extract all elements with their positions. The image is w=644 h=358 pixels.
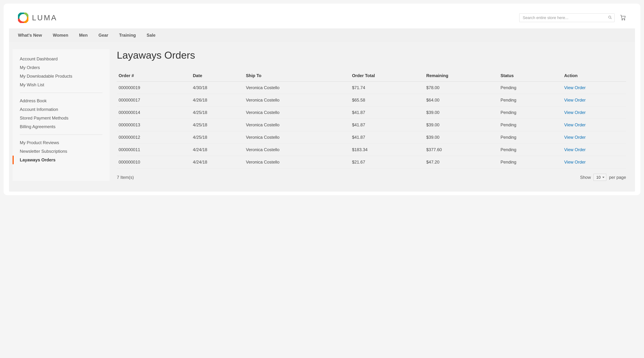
pager-show-label: Show [580, 175, 591, 180]
cell-date: 4/25/18 [191, 119, 244, 131]
cell-remaining: $78.00 [424, 82, 499, 94]
sidebar-item-layaways-orders[interactable]: Layaways Orders [12, 156, 110, 164]
cell-order-total: $41.87 [350, 131, 424, 144]
cell-order-no: 000000014 [117, 106, 191, 119]
cell-status: Pending [499, 131, 562, 144]
main-nav: What's New Women Men Gear Training Sale [9, 28, 635, 42]
cell-ship-to: Veronica Costello [244, 119, 350, 131]
cell-date: 4/24/18 [191, 156, 244, 168]
brand-logo[interactable]: LUMA [18, 12, 57, 23]
cell-order-no: 000000012 [117, 131, 191, 144]
search-input[interactable] [519, 14, 614, 22]
sidebar-item-my-orders[interactable]: My Orders [12, 63, 110, 72]
view-order-link[interactable]: View Order [564, 85, 586, 90]
account-sidebar: Account Dashboard My Orders My Downloada… [12, 49, 110, 181]
sidebar-item-address-book[interactable]: Address Book [12, 96, 110, 105]
table-header-action: Action [562, 70, 626, 82]
orders-table: Order # Date Ship To Order Total Remaini… [117, 70, 626, 168]
svg-point-3 [624, 20, 625, 20]
page-title: Layaways Orders [117, 49, 626, 61]
view-order-link[interactable]: View Order [564, 135, 586, 140]
view-order-link[interactable]: View Order [564, 160, 586, 164]
brand-name: LUMA [32, 14, 57, 22]
cell-remaining: $39.00 [424, 106, 499, 119]
svg-point-0 [608, 16, 611, 18]
cell-action: View Order [562, 119, 626, 131]
sidebar-item-stored-payment-methods[interactable]: Stored Payment Methods [12, 114, 110, 122]
sidebar-item-my-downloadable-products[interactable]: My Downloadable Products [12, 72, 110, 80]
view-order-link[interactable]: View Order [564, 110, 586, 115]
sidebar-item-billing-agreements[interactable]: Billing Agreements [12, 122, 110, 131]
sidebar-item-my-product-reviews[interactable]: My Product Reviews [12, 138, 110, 147]
view-order-link[interactable]: View Order [564, 122, 586, 127]
sidebar-divider [20, 93, 102, 93]
cell-order-no: 000000011 [117, 144, 191, 156]
table-row: 0000000134/25/18Veronica Costello$41.87$… [117, 119, 626, 131]
search-icon[interactable] [608, 16, 612, 20]
cell-ship-to: Veronica Costello [244, 156, 350, 168]
cell-status: Pending [499, 94, 562, 106]
cell-order-no: 000000013 [117, 119, 191, 131]
sidebar-item-newsletter-subscriptions[interactable]: Newsletter Subscriptions [12, 147, 110, 156]
cell-order-no: 000000017 [117, 94, 191, 106]
nav-item-whats-new[interactable]: What's New [18, 28, 42, 42]
view-order-link[interactable]: View Order [564, 147, 586, 152]
cell-date: 4/24/18 [191, 144, 244, 156]
nav-item-gear[interactable]: Gear [98, 28, 108, 42]
item-count: 7 Item(s) [117, 175, 134, 180]
table-header-date: Date [191, 70, 244, 82]
pager: Show 10 per page [580, 174, 626, 181]
cell-status: Pending [499, 106, 562, 119]
cell-ship-to: Veronica Costello [244, 94, 350, 106]
luma-logo-icon [18, 12, 28, 23]
cell-remaining: $39.00 [424, 119, 499, 131]
nav-item-men[interactable]: Men [79, 28, 88, 42]
cell-order-no: 000000019 [117, 82, 191, 94]
cell-remaining: $39.00 [424, 131, 499, 144]
cell-ship-to: Veronica Costello [244, 131, 350, 144]
table-row: 0000000194/30/18Veronica Costello$71.74$… [117, 82, 626, 94]
nav-item-women[interactable]: Women [53, 28, 68, 42]
table-header-status: Status [499, 70, 562, 82]
cell-date: 4/26/18 [191, 94, 244, 106]
table-header-ship-to: Ship To [244, 70, 350, 82]
nav-item-sale[interactable]: Sale [146, 28, 156, 42]
table-row: 0000000144/25/18Veronica Costello$41.87$… [117, 106, 626, 119]
cell-action: View Order [562, 156, 626, 168]
cell-date: 4/30/18 [191, 82, 244, 94]
cell-remaining: $47.20 [424, 156, 499, 168]
cell-date: 4/25/18 [191, 106, 244, 119]
sidebar-divider [20, 134, 102, 135]
cell-action: View Order [562, 144, 626, 156]
cell-action: View Order [562, 82, 626, 94]
cell-remaining: $64.00 [424, 94, 499, 106]
store-header: LUMA [9, 7, 635, 28]
cell-action: View Order [562, 106, 626, 119]
cell-status: Pending [499, 156, 562, 168]
search-box [519, 14, 614, 22]
cell-order-no: 000000010 [117, 156, 191, 168]
table-header-remaining: Remaining [424, 70, 499, 82]
cell-ship-to: Veronica Costello [244, 144, 350, 156]
cart-icon[interactable] [620, 14, 626, 21]
sidebar-item-account-dashboard[interactable]: Account Dashboard [12, 55, 110, 63]
cell-status: Pending [499, 82, 562, 94]
cell-order-total: $183.34 [350, 144, 424, 156]
page-size-select[interactable]: 10 [594, 174, 606, 181]
sidebar-item-account-information[interactable]: Account Information [12, 105, 110, 114]
svg-point-2 [622, 20, 622, 20]
table-row: 0000000174/26/18Veronica Costello$65.58$… [117, 94, 626, 106]
cell-order-total: $41.87 [350, 106, 424, 119]
main-content: Layaways Orders Order # Date Ship To Ord… [117, 49, 626, 181]
table-row: 0000000114/24/18Veronica Costello$183.34… [117, 144, 626, 156]
cell-order-total: $21.67 [350, 156, 424, 168]
nav-item-training[interactable]: Training [119, 28, 136, 42]
cell-order-total: $41.87 [350, 119, 424, 131]
table-row: 0000000124/25/18Veronica Costello$41.87$… [117, 131, 626, 144]
cell-date: 4/25/18 [191, 131, 244, 144]
table-header-order-total: Order Total [350, 70, 424, 82]
cell-order-total: $71.74 [350, 82, 424, 94]
sidebar-item-my-wish-list[interactable]: My Wish List [12, 80, 110, 89]
view-order-link[interactable]: View Order [564, 98, 586, 102]
cell-status: Pending [499, 144, 562, 156]
